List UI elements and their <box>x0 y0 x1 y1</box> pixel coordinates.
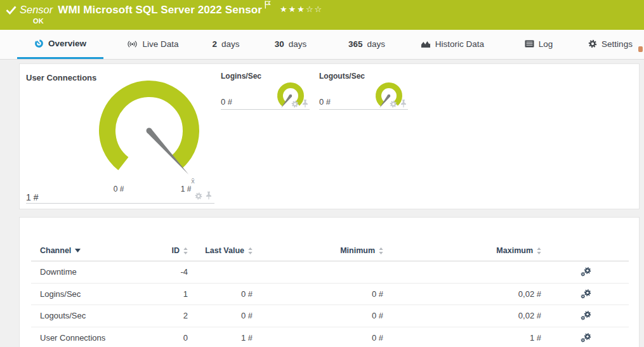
table-header-row: ChannelIDLast ValueMinimumMaximum <box>31 240 629 261</box>
gauge-tile-logouts-sec[interactable]: Logouts/Sec0 # <box>319 70 408 110</box>
channel-settings-icon[interactable] <box>581 289 591 299</box>
sensor-title: WMI Microsoft SQL Server 2022 Sensor <box>58 4 262 16</box>
gauges-panel: User Connections0 #1 #x̄1 # Logins/Sec0 … <box>19 63 640 209</box>
cell-channel: Downtime <box>31 267 158 277</box>
gauge-tile-user-connections[interactable]: User Connections0 #1 #x̄1 # <box>26 70 214 204</box>
tab-2-days[interactable]: 2days <box>204 30 247 58</box>
cell-last-value: 1 # <box>188 333 253 343</box>
tab-label: days <box>289 39 307 49</box>
column-label: Channel <box>40 246 71 255</box>
channel-settings-icon[interactable] <box>581 333 591 343</box>
cell-channel: Logins/Sec <box>31 289 158 299</box>
sort-both-icon <box>379 247 383 254</box>
tab-settings[interactable]: Settings <box>581 30 640 58</box>
tab-label: days <box>221 39 240 49</box>
cell-minimum: 0 # <box>253 333 383 343</box>
sort-both-icon <box>537 247 541 254</box>
tab-range-number: 365 <box>348 39 363 49</box>
gauge-settings-gear-icon[interactable] <box>195 192 202 200</box>
broadcast-icon <box>127 40 138 48</box>
gear-icon <box>588 39 597 48</box>
sensor-status-header: Sensor WMI Microsoft SQL Server 2022 Sen… <box>0 0 644 30</box>
column-header-id[interactable]: ID <box>158 246 188 255</box>
column-header-last_value[interactable]: Last Value <box>188 246 253 255</box>
cell-maximum: 0,02 # <box>383 289 541 299</box>
gauge-scale-min-label: 0 # <box>106 185 131 193</box>
channel-row-logouts-sec[interactable]: Logouts/Sec20 #0 #0,02 # <box>31 305 629 327</box>
channel-table: ChannelIDLast ValueMinimumMaximumDowntim… <box>31 240 629 347</box>
sort-both-icon <box>183 247 188 254</box>
gauge-pin-icon[interactable] <box>400 100 407 108</box>
gauge-pin-icon[interactable] <box>206 192 212 200</box>
cell-maximum: 0,02 # <box>383 311 541 320</box>
column-label: Last Value <box>205 246 244 255</box>
sort-desc-icon <box>75 249 81 252</box>
cell-minimum: 0 # <box>253 311 383 320</box>
tab-log[interactable]: Log <box>519 30 558 58</box>
status-ok-check-icon <box>6 6 16 15</box>
tab-range-number: 30 <box>275 39 284 49</box>
channel-settings-icon[interactable] <box>581 267 591 277</box>
cell-id: 0 <box>158 333 188 343</box>
cell-id: -4 <box>158 267 188 277</box>
object-kind-label: Sensor <box>20 4 53 16</box>
tab-label: Historic Data <box>435 39 484 49</box>
gauge-current-value: 0 # <box>221 97 232 107</box>
cell-id: 2 <box>158 311 188 320</box>
cell-last-value: 0 # <box>188 311 253 320</box>
tab-label: days <box>367 39 386 49</box>
gauge-pin-icon[interactable] <box>302 100 308 108</box>
gauge-settings-gear-icon[interactable] <box>291 100 299 108</box>
channel-row-user-connections[interactable]: User Connections01 #0 #1 # <box>31 327 629 347</box>
log-icon <box>525 40 534 48</box>
cell-channel: Logouts/Sec <box>31 311 158 320</box>
gauge-average-marker: x̄ <box>185 177 200 185</box>
gauge-current-value: 0 # <box>319 97 331 107</box>
column-label: Maximum <box>496 246 533 255</box>
tab-label: Log <box>539 39 553 49</box>
gauge-title: User Connections <box>26 73 96 82</box>
cell-minimum: 0 # <box>253 289 383 299</box>
column-header-maximum[interactable]: Maximum <box>383 246 541 255</box>
tab-historic-data[interactable]: Historic Data <box>414 30 491 58</box>
tab-range-number: 2 <box>212 39 217 49</box>
tab-overview[interactable]: Overview <box>17 30 103 59</box>
cell-channel: User Connections <box>31 333 158 343</box>
column-label: ID <box>172 246 180 255</box>
sort-both-icon <box>248 247 253 254</box>
tab-live-data[interactable]: Live Data <box>117 30 188 58</box>
tab-30-days[interactable]: 30days <box>266 30 315 58</box>
column-label: Minimum <box>340 246 375 255</box>
column-header-channel[interactable]: Channel <box>31 246 158 255</box>
channel-table-panel: ChannelIDLast ValueMinimumMaximumDowntim… <box>19 217 640 347</box>
tab-label: Overview <box>48 39 86 48</box>
cell-last-value: 0 # <box>188 289 253 299</box>
gauge-title: Logins/Sec <box>221 72 261 81</box>
tab-label: Settings <box>601 39 633 49</box>
gauge-settings-gear-icon[interactable] <box>390 100 397 108</box>
gauge-title: Logouts/Sec <box>319 72 365 81</box>
channel-row-downtime[interactable]: Downtime-4 <box>31 261 629 284</box>
channel-row-logins-sec[interactable]: Logins/Sec10 #0 #0,02 # <box>31 284 629 306</box>
flag-icon[interactable] <box>265 1 271 9</box>
priority-stars[interactable]: ★★★☆☆ <box>280 4 323 14</box>
sensor-status-text: OK <box>33 17 44 25</box>
gauge-current-value: 1 # <box>26 192 38 202</box>
cell-maximum: 1 # <box>383 333 541 343</box>
tab-label: Live Data <box>142 39 178 49</box>
gauge-icon <box>34 39 44 48</box>
column-header-minimum[interactable]: Minimum <box>253 246 383 255</box>
prtg-sensor-page: Sensor WMI Microsoft SQL Server 2022 Sen… <box>0 0 644 347</box>
tab-bar: OverviewLive Data2days30days365daysHisto… <box>0 30 644 60</box>
cell-id: 1 <box>158 289 188 299</box>
area-chart-icon <box>421 40 431 48</box>
sensor-title-line: Sensor WMI Microsoft SQL Server 2022 Sen… <box>20 4 323 16</box>
gauge-tile-logins-sec[interactable]: Logins/Sec0 # <box>221 70 310 110</box>
channel-settings-icon[interactable] <box>581 311 591 320</box>
tab-365-days[interactable]: 365days <box>340 30 393 58</box>
